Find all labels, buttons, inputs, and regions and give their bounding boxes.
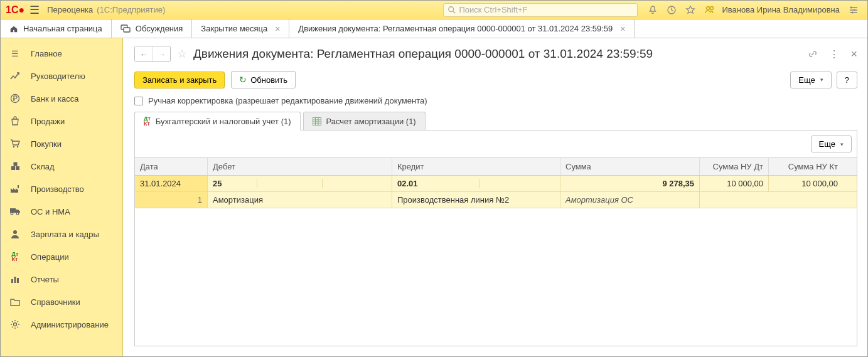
topbar-icons (648, 5, 715, 15)
user[interactable]: Иванова Ирина Владимировна (722, 5, 840, 14)
sidebar-item-warehouse[interactable]: Склад (1, 155, 122, 178)
close-icon[interactable]: × (850, 48, 857, 61)
cell-sum: 9 278,35 (560, 176, 700, 191)
dtkt-icon: ДтКт (144, 116, 151, 126)
search-input[interactable]: Поиск Ctrl+Shift+F (443, 3, 638, 17)
subtab-accounting[interactable]: ДтКт Бухгалтерский и налоговый учет (1) (134, 112, 301, 131)
truck-icon (9, 208, 21, 215)
svg-rect-19 (17, 278, 19, 283)
refresh-icon: ↻ (239, 75, 247, 85)
close-icon[interactable]: × (275, 24, 280, 34)
cell-credit: 02.01 (392, 176, 560, 191)
maintab-strip: Начальная страница Обсуждения Закрытие м… (1, 19, 867, 38)
maintab-closing[interactable]: Закрытие месяца × (192, 19, 289, 38)
debit-acct: 25 (213, 179, 257, 188)
bell-icon[interactable] (648, 5, 658, 15)
sidebar-label: ОС и НМА (31, 207, 70, 216)
help-button[interactable]: ? (837, 72, 857, 88)
cell-sum-desc: Амортизация ОС (560, 192, 700, 208)
sidebar-item-purchase[interactable]: Покупки (1, 132, 122, 155)
subtabs: ДтКт Бухгалтерский и налоговый учет (1) … (134, 112, 857, 131)
close-icon[interactable]: × (620, 24, 625, 34)
manual-edit-checkbox[interactable] (134, 97, 143, 105)
save-close-button[interactable]: Записать и закрыть (134, 72, 225, 88)
titlebar: ← → ☆ Движения документа: Регламентная о… (134, 46, 857, 62)
subtab-label: Бухгалтерский и налоговый учет (1) (156, 117, 291, 126)
svg-rect-17 (11, 279, 13, 283)
topbar: 1C● ☰ Переоценка (1С:Предприятие) Поиск … (1, 1, 867, 19)
svg-point-15 (16, 213, 19, 215)
svg-rect-6 (124, 28, 130, 32)
forward-button[interactable]: → (153, 46, 170, 61)
sidebar-item-hr[interactable]: Зарплата и кадры (1, 223, 122, 245)
ruble-icon (9, 93, 21, 104)
col-nukt[interactable]: Сумма НУ Кт (769, 158, 843, 175)
chart-up-icon (9, 72, 21, 80)
col-date[interactable]: Дата (135, 158, 208, 175)
grid-row[interactable]: 1 Амортизация Производственная линия №2 … (135, 192, 857, 208)
sidebar-label: Главное (31, 49, 62, 58)
button-label: Записать и закрыть (142, 75, 217, 85)
maintab-discuss[interactable]: Обсуждения (112, 19, 193, 38)
link-icon[interactable] (808, 49, 818, 59)
button-label: ? (845, 75, 849, 85)
more-button[interactable]: Еще▾ (790, 72, 831, 88)
grid-wrapper: Еще▾ Дата Дебет Кредит Сумма Сумма НУ Дт… (134, 131, 857, 346)
sidebar-item-production[interactable]: Производство (1, 178, 122, 200)
svg-point-16 (13, 230, 17, 234)
sidebar-item-main[interactable]: ☰Главное (1, 42, 122, 65)
cell-nudt: 10 000,00 (700, 176, 769, 191)
settings-icon[interactable] (849, 5, 859, 15)
history-icon[interactable] (667, 5, 677, 15)
svg-point-8 (13, 146, 14, 147)
grid-more-button[interactable]: Еще▾ (811, 136, 852, 152)
col-credit[interactable]: Кредит (392, 158, 560, 175)
manual-edit-row: Ручная корректировка (разрешает редактир… (134, 96, 857, 105)
sidebar-item-operations[interactable]: ДтКтОперации (1, 245, 122, 268)
menu-icon[interactable]: ☰ (29, 3, 40, 17)
col-debit[interactable]: Дебет (208, 158, 392, 175)
sidebar-item-directories[interactable]: Справочники (1, 290, 122, 313)
col-nudt[interactable]: Сумма НУ Дт (700, 158, 769, 175)
manual-edit-label: Ручная корректировка (разрешает редактир… (148, 96, 427, 105)
boxes-icon (9, 162, 21, 171)
cell-credit-desc: Производственная линия №2 (392, 192, 560, 208)
svg-point-9 (17, 146, 18, 147)
cell-date: 31.01.2024 (135, 176, 208, 191)
grid-row[interactable]: 31.01.2024 25 02.01 9 278,35 10 000,00 1… (135, 176, 857, 192)
col-sum[interactable]: Сумма (560, 158, 700, 175)
sidebar: ☰Главное Руководителю Банк и касса Прода… (1, 38, 123, 356)
sidebar-label: Продажи (31, 117, 65, 126)
refresh-button[interactable]: ↻Обновить (231, 71, 296, 88)
grid-header: Дата Дебет Кредит Сумма Сумма НУ Дт Сумм… (135, 158, 857, 176)
cell-debit-desc: Амортизация (208, 192, 392, 208)
caret-down-icon: ▾ (840, 141, 844, 147)
maintab-home[interactable]: Начальная страница (1, 19, 112, 38)
subtab-amortization[interactable]: Расчет амортизации (1) (303, 112, 426, 130)
maintab-label: Обсуждения (136, 24, 183, 33)
cell-empty (700, 192, 857, 208)
grid: Дата Дебет Кредит Сумма Сумма НУ Дт Сумм… (135, 157, 857, 208)
app-subtitle: (1С:Предприятие) (97, 5, 165, 14)
back-button[interactable]: ← (135, 46, 153, 61)
star-icon[interactable] (685, 5, 695, 15)
maintab-movements[interactable]: Движения документа: Регламентная операци… (289, 19, 635, 38)
sidebar-item-sales[interactable]: Продажи (1, 110, 122, 132)
svg-rect-11 (16, 166, 19, 170)
sidebar-item-assets[interactable]: ОС и НМА (1, 200, 122, 223)
sidebar-item-manager[interactable]: Руководителю (1, 65, 122, 87)
svg-point-4 (710, 6, 714, 9)
kebab-icon[interactable]: ⋮ (829, 48, 839, 60)
search-placeholder: Поиск Ctrl+Shift+F (459, 5, 527, 14)
gear-icon (9, 319, 21, 329)
sidebar-item-bank[interactable]: Банк и касса (1, 87, 122, 110)
button-label: Еще (798, 75, 815, 85)
sidebar-label: Руководителю (31, 72, 85, 81)
sidebar-item-reports[interactable]: Отчеты (1, 268, 122, 290)
sidebar-item-admin[interactable]: Администрирование (1, 313, 122, 336)
users-icon[interactable] (704, 5, 715, 15)
svg-line-1 (453, 11, 456, 13)
favorite-star-icon[interactable]: ☆ (177, 47, 187, 61)
search-icon (447, 6, 456, 14)
sidebar-label: Производство (31, 184, 84, 194)
